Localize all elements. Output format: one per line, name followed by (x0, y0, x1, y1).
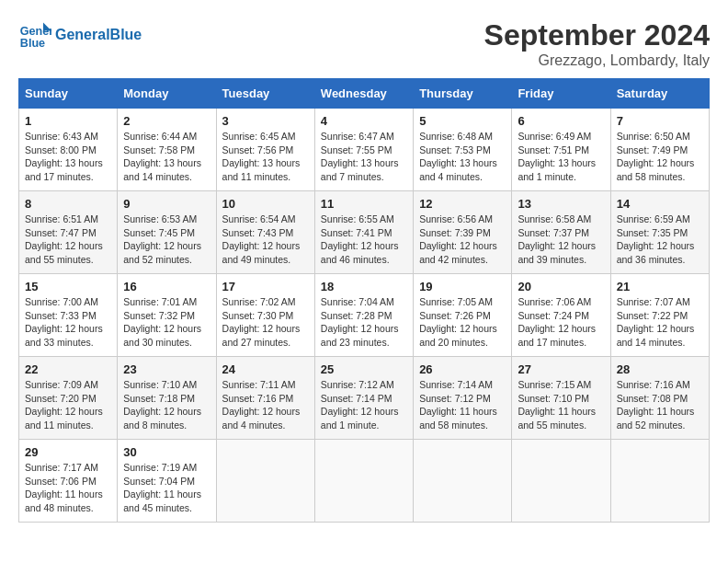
table-row: 11 Sunrise: 6:55 AMSunset: 7:41 PMDaylig… (314, 191, 413, 274)
table-row: 15 Sunrise: 7:00 AMSunset: 7:33 PMDaylig… (19, 274, 118, 357)
header-saturday: Saturday (610, 79, 709, 109)
table-row: 19 Sunrise: 7:05 AMSunset: 7:26 PMDaylig… (414, 274, 512, 357)
table-row: 21 Sunrise: 7:07 AMSunset: 7:22 PMDaylig… (610, 274, 709, 357)
table-row: 5 Sunrise: 6:48 AMSunset: 7:53 PMDayligh… (414, 109, 512, 191)
header-monday: Monday (118, 79, 216, 109)
calendar-table: Sunday Monday Tuesday Wednesday Thursday… (18, 78, 710, 523)
table-row: 20 Sunrise: 7:06 AMSunset: 7:24 PMDaylig… (512, 274, 610, 357)
table-row: 24 Sunrise: 7:11 AMSunset: 7:16 PMDaylig… (216, 357, 314, 440)
header-sunday: Sunday (19, 79, 118, 109)
calendar-header: Sunday Monday Tuesday Wednesday Thursday… (19, 79, 710, 109)
table-row (610, 440, 709, 523)
table-row (512, 440, 610, 523)
svg-text:Blue: Blue (20, 37, 45, 50)
header-friday: Friday (512, 79, 610, 109)
table-row: 28 Sunrise: 7:16 AMSunset: 7:08 PMDaylig… (610, 357, 709, 440)
logo-text: GeneralBlue (55, 27, 142, 43)
table-row: 2 Sunrise: 6:44 AMSunset: 7:58 PMDayligh… (118, 109, 216, 191)
page-header: General Blue GeneralBlue September 2024 … (18, 18, 710, 69)
table-row: 25 Sunrise: 7:12 AMSunset: 7:14 PMDaylig… (314, 357, 413, 440)
logo-icon: General Blue (18, 18, 51, 52)
table-row: 30 Sunrise: 7:19 AMSunset: 7:04 PMDaylig… (118, 440, 216, 523)
table-row: 16 Sunrise: 7:01 AMSunset: 7:32 PMDaylig… (118, 274, 216, 357)
table-row: 6 Sunrise: 6:49 AMSunset: 7:51 PMDayligh… (512, 109, 610, 191)
table-row: 3 Sunrise: 6:45 AMSunset: 7:56 PMDayligh… (216, 109, 314, 191)
calendar-body: 1 Sunrise: 6:43 AMSunset: 8:00 PMDayligh… (19, 109, 710, 523)
table-row (414, 440, 512, 523)
table-row: 23 Sunrise: 7:10 AMSunset: 7:18 PMDaylig… (118, 357, 216, 440)
table-row: 12 Sunrise: 6:56 AMSunset: 7:39 PMDaylig… (414, 191, 512, 274)
table-row: 27 Sunrise: 7:15 AMSunset: 7:10 PMDaylig… (512, 357, 610, 440)
table-row (314, 440, 413, 523)
table-row (216, 440, 314, 523)
table-row: 1 Sunrise: 6:43 AMSunset: 8:00 PMDayligh… (19, 109, 118, 191)
table-row: 29 Sunrise: 7:17 AMSunset: 7:06 PMDaylig… (19, 440, 118, 523)
title-block: September 2024 Grezzago, Lombardy, Italy (484, 18, 710, 69)
table-row: 26 Sunrise: 7:14 AMSunset: 7:12 PMDaylig… (414, 357, 512, 440)
table-row: 22 Sunrise: 7:09 AMSunset: 7:20 PMDaylig… (19, 357, 118, 440)
header-wednesday: Wednesday (314, 79, 413, 109)
header-tuesday: Tuesday (216, 79, 314, 109)
table-row: 13 Sunrise: 6:58 AMSunset: 7:37 PMDaylig… (512, 191, 610, 274)
table-row: 17 Sunrise: 7:02 AMSunset: 7:30 PMDaylig… (216, 274, 314, 357)
table-row: 8 Sunrise: 6:51 AMSunset: 7:47 PMDayligh… (19, 191, 118, 274)
logo: General Blue GeneralBlue (18, 18, 142, 52)
month-title: September 2024 (484, 18, 710, 52)
table-row: 14 Sunrise: 6:59 AMSunset: 7:35 PMDaylig… (610, 191, 709, 274)
table-row: 10 Sunrise: 6:54 AMSunset: 7:43 PMDaylig… (216, 191, 314, 274)
header-thursday: Thursday (414, 79, 512, 109)
location: Grezzago, Lombardy, Italy (484, 52, 710, 69)
table-row: 9 Sunrise: 6:53 AMSunset: 7:45 PMDayligh… (118, 191, 216, 274)
table-row: 7 Sunrise: 6:50 AMSunset: 7:49 PMDayligh… (610, 109, 709, 191)
table-row: 18 Sunrise: 7:04 AMSunset: 7:28 PMDaylig… (314, 274, 413, 357)
table-row: 4 Sunrise: 6:47 AMSunset: 7:55 PMDayligh… (314, 109, 413, 191)
